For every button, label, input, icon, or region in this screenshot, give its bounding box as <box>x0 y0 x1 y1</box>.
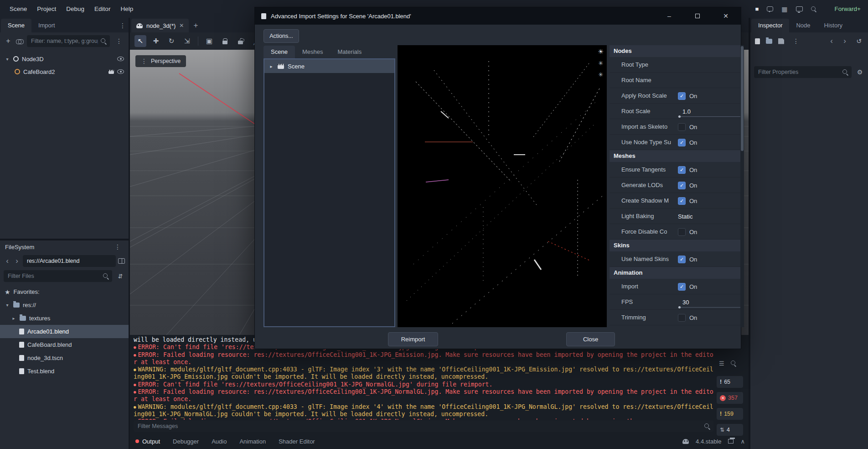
tree-row-cafeboard2[interactable]: CafeBoard2 <box>0 65 129 78</box>
actions-button[interactable]: Actions... <box>264 29 299 43</box>
visibility-eye-icon[interactable] <box>117 69 124 74</box>
menu-debug[interactable]: Debug <box>61 0 89 18</box>
menu-help[interactable]: Help <box>115 0 138 18</box>
fs-row-cafeboard[interactable]: CafeBoard.blend <box>0 338 129 351</box>
chat-icon[interactable] <box>767 6 773 11</box>
unlock-icon[interactable] <box>234 35 246 47</box>
prop-control[interactable]: 30 <box>678 294 740 310</box>
snowflake-icon[interactable]: ✳ <box>598 71 603 78</box>
tab-scene[interactable]: Scene <box>264 46 295 58</box>
tab-node[interactable]: Node <box>789 19 817 32</box>
version-label[interactable]: 4.4.stable <box>696 438 721 445</box>
minimize-icon[interactable]: – <box>664 10 674 21</box>
prop-value[interactable]: 1.0 <box>682 108 691 115</box>
fs-row-test[interactable]: Test.blend <box>0 365 129 378</box>
godot-version-icon[interactable] <box>682 439 689 444</box>
dialog-titlebar[interactable]: Advanced Import Settings for Scene 'Arca… <box>255 7 741 25</box>
slider-track[interactable] <box>678 307 740 308</box>
filter-messages-input[interactable] <box>134 420 713 432</box>
history-icon[interactable]: ↺ <box>854 37 863 45</box>
prop-control[interactable] <box>678 73 740 88</box>
fs-row-node3d-tscn[interactable]: node_3d.tscn <box>0 351 129 365</box>
close-icon[interactable]: ✕ <box>721 10 731 21</box>
search-icon[interactable] <box>811 6 816 12</box>
forward-icon[interactable]: › <box>13 255 21 267</box>
prop-control[interactable]: On <box>678 224 740 240</box>
prop-control[interactable]: 1.0 <box>678 104 740 119</box>
checkbox[interactable] <box>678 314 686 322</box>
prop-row[interactable]: Create Shadow M✓On <box>610 193 740 209</box>
checkbox[interactable]: ✓ <box>678 182 686 189</box>
checkbox[interactable]: ✓ <box>678 139 686 146</box>
prop-value[interactable]: 30 <box>682 299 689 306</box>
tab-history[interactable]: History <box>817 19 849 32</box>
prop-control[interactable]: ✓On <box>678 251 740 267</box>
filter-files-input[interactable] <box>4 270 112 282</box>
prop-row[interactable]: TrimmingOn <box>610 310 740 325</box>
checkbox[interactable] <box>678 123 686 131</box>
chevron-right-icon[interactable]: ▸ <box>269 64 274 69</box>
scrollbar-thumb[interactable] <box>741 46 744 151</box>
move-tool-icon[interactable]: ✚ <box>150 35 162 47</box>
toggle-split-mode-icon[interactable] <box>118 258 125 264</box>
grid-icon[interactable]: ▦ <box>781 5 787 13</box>
prop-row[interactable]: Root Scale1.0 <box>610 104 740 119</box>
tab-meshes[interactable]: Meshes <box>295 46 331 58</box>
slider-track[interactable] <box>678 116 740 117</box>
stop-icon[interactable]: ■ <box>755 5 759 12</box>
prop-row[interactable]: Apply Root Scale✓On <box>610 88 740 104</box>
tree-row-node3d[interactable]: ▾ Node3D <box>0 52 129 65</box>
reimport-button[interactable]: Reimport <box>388 332 438 346</box>
history-forward-icon[interactable]: › <box>841 35 848 47</box>
resource-menu-icon[interactable]: ⋮ <box>790 37 802 45</box>
warnings-count-badge[interactable]: ! 159 <box>717 408 743 420</box>
scene-tree-menu-icon[interactable]: ⋮ <box>113 37 125 45</box>
load-resource-icon[interactable] <box>766 39 772 44</box>
prop-row[interactable]: Force Disable CoOn <box>610 224 740 240</box>
menu-project[interactable]: Project <box>32 0 61 18</box>
projection-menu[interactable]: ⋮ Perspective <box>135 55 186 67</box>
chevron-down-icon[interactable]: ▾ <box>5 57 10 62</box>
fs-row-favorites[interactable]: ★ Favorites: <box>0 285 129 298</box>
back-icon[interactable]: ‹ <box>4 255 11 267</box>
new-tab-icon[interactable]: + <box>189 19 202 32</box>
expand-panel-icon[interactable]: ∧ <box>740 438 745 445</box>
messages-count-badge[interactable]: ! 65 <box>717 376 743 388</box>
dock-menu-icon[interactable]: ⋮ <box>112 243 124 251</box>
current-path-field[interactable] <box>23 255 116 267</box>
checkbox[interactable]: ✓ <box>678 166 686 174</box>
prop-control[interactable]: ✓On <box>678 178 740 193</box>
float-panel-icon[interactable] <box>728 439 734 444</box>
tree-row-scene[interactable]: ▸ Scene <box>264 59 394 73</box>
prop-row[interactable]: Light BakingStatic▾ <box>610 209 740 224</box>
prop-row[interactable]: Root Type <box>610 57 740 73</box>
tab-audio[interactable]: Audio <box>212 438 227 445</box>
checkbox[interactable]: ✓ <box>678 92 686 100</box>
close-icon[interactable]: ✕ <box>179 22 184 29</box>
slider-grabber[interactable] <box>678 306 681 308</box>
prop-control[interactable]: ✓On <box>678 193 740 209</box>
chevron-down-icon[interactable]: ▾ <box>5 303 10 308</box>
filter-properties-input[interactable] <box>754 66 852 78</box>
tab-node3d-scene[interactable]: node_3d(*) ✕ <box>131 19 189 32</box>
scrollbar[interactable] <box>740 45 744 327</box>
monitor-icon[interactable] <box>796 6 803 11</box>
prop-row[interactable]: Root Name <box>610 73 740 88</box>
new-resource-icon[interactable] <box>755 38 760 44</box>
prop-row[interactable]: Use Node Type Su✓On <box>610 135 740 150</box>
visibility-eye-icon[interactable] <box>117 57 124 61</box>
scale-tool-icon[interactable]: ⇲ <box>181 35 193 47</box>
close-button[interactable]: Close <box>566 332 615 346</box>
tab-materials[interactable]: Materials <box>330 46 369 58</box>
prop-control[interactable]: ✓On <box>678 279 740 294</box>
scene-filter-input[interactable] <box>27 35 110 47</box>
tab-output[interactable]: Output <box>135 438 160 445</box>
menu-scene[interactable]: Scene <box>5 0 32 18</box>
tab-shader-editor[interactable]: Shader Editor <box>279 438 315 445</box>
rotate-tool-icon[interactable]: ↻ <box>165 35 177 47</box>
lock-icon[interactable] <box>219 35 231 47</box>
checkbox[interactable]: ✓ <box>678 256 686 263</box>
prop-control[interactable]: Static▾ <box>678 209 740 224</box>
prop-control[interactable]: On <box>678 310 740 325</box>
prop-row[interactable]: Import as SkeletoOn <box>610 119 740 135</box>
